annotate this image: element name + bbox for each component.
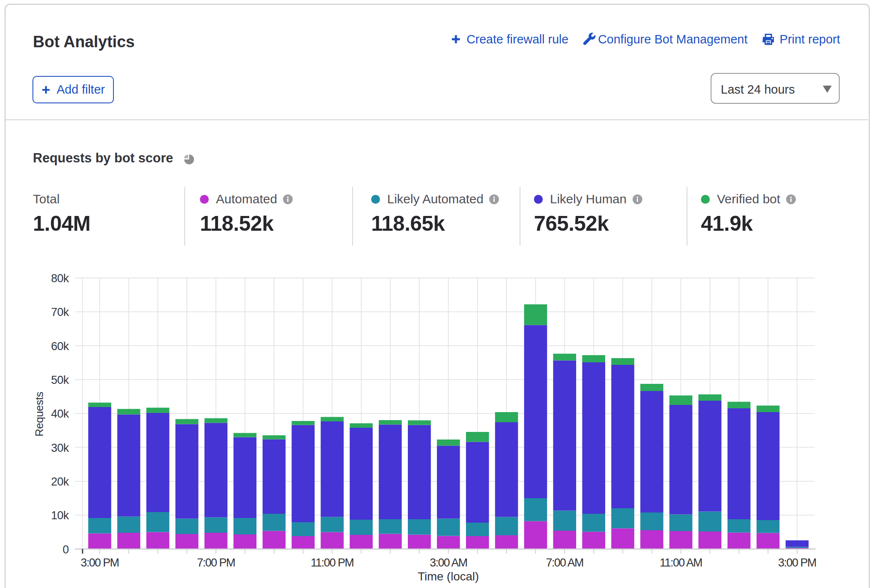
svg-text:70k: 70k — [51, 306, 69, 318]
svg-text:Requests: Requests — [33, 392, 46, 437]
svg-text:30k: 30k — [51, 442, 69, 454]
svg-text:60k: 60k — [51, 340, 69, 353]
svg-text:3:00 AM: 3:00 AM — [430, 556, 467, 569]
svg-text:7:00 PM: 7:00 PM — [197, 556, 235, 569]
svg-text:7:00 AM: 7:00 AM — [546, 556, 584, 569]
svg-text:80k: 80k — [51, 272, 69, 285]
svg-text:10k: 10k — [51, 509, 69, 522]
svg-text:3:00 PM: 3:00 PM — [81, 556, 119, 569]
svg-text:20k: 20k — [51, 475, 69, 488]
svg-text:50k: 50k — [51, 374, 69, 386]
svg-text:0: 0 — [62, 543, 69, 556]
svg-text:40k: 40k — [51, 407, 69, 420]
svg-text:11:00 AM: 11:00 AM — [660, 556, 702, 569]
svg-text:3:00 PM: 3:00 PM — [778, 556, 816, 569]
svg-text:11:00 PM: 11:00 PM — [311, 556, 354, 569]
svg-text:Time (local): Time (local) — [418, 570, 479, 583]
